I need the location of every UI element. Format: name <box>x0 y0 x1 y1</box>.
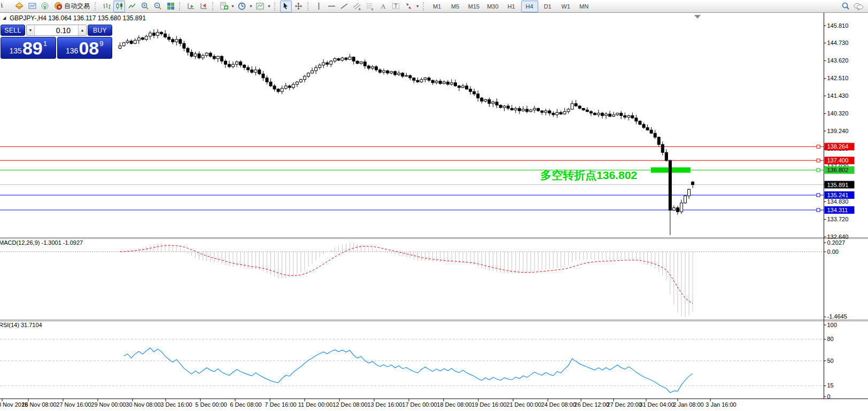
cursor-icon[interactable] <box>280 1 292 12</box>
timeframe-m30[interactable]: M30 <box>484 1 501 12</box>
zoom-in-icon[interactable] <box>139 1 151 12</box>
bar-chart-icon[interactable] <box>100 1 112 12</box>
candle-body <box>609 114 611 116</box>
timeframe-m15[interactable]: M15 <box>465 1 483 12</box>
candle-body <box>510 108 513 110</box>
new-order-button[interactable]: 单 <box>1 1 12 12</box>
svg-text:E: E <box>359 7 361 11</box>
toolbar-separator <box>423 2 426 11</box>
volume-decrease-button[interactable]: ▼ <box>27 25 35 35</box>
chart-shift-marker-icon[interactable] <box>694 15 701 19</box>
candle-body <box>525 109 528 111</box>
timeframe-h1[interactable]: H1 <box>503 1 520 12</box>
indicators-icon[interactable] <box>218 1 230 12</box>
candle-body <box>639 121 641 125</box>
axis-label: 15 <box>827 382 834 389</box>
volume-increase-button[interactable]: ▲ <box>78 25 86 35</box>
candle-body <box>642 125 645 128</box>
candle-body <box>378 70 381 72</box>
candle-body <box>420 80 423 82</box>
channel-icon[interactable]: E <box>352 1 363 12</box>
candle-body <box>462 86 464 88</box>
templates-dropdown-arrow[interactable]: ▼ <box>267 4 271 8</box>
timeframe-w1[interactable]: W1 <box>557 1 575 12</box>
candle-body <box>341 58 344 60</box>
level-line-handle[interactable] <box>817 208 820 212</box>
line-chart-icon[interactable] <box>126 1 138 12</box>
toolbar-separator <box>179 2 182 11</box>
volume-input[interactable]: 0.10 <box>35 25 78 35</box>
candle-body <box>552 113 555 115</box>
candle-body <box>232 64 235 66</box>
time-axis-label: 7 Dec 16:00 <box>265 401 296 408</box>
zoom-out-icon[interactable] <box>152 1 164 12</box>
candle-body <box>322 63 325 65</box>
candle-body <box>646 128 649 130</box>
fibonacci-icon[interactable]: F <box>365 1 376 12</box>
arrows-icon[interactable] <box>403 1 415 12</box>
level-line-handle[interactable] <box>817 193 820 197</box>
candle-body <box>575 104 577 106</box>
candle-body <box>220 56 223 61</box>
candle-body <box>386 71 389 73</box>
price-level-label: 134.311 <box>827 207 848 213</box>
candle-body <box>590 112 592 113</box>
level-line-handle[interactable] <box>817 145 820 148</box>
search-icon[interactable] <box>840 1 851 12</box>
candle-body <box>533 108 536 110</box>
timeframe-d1[interactable]: D1 <box>539 1 556 12</box>
market-signals-icon[interactable] <box>39 1 51 12</box>
time-axis-label: 27 Nov 16:00 <box>56 401 91 408</box>
candle-body <box>657 137 660 144</box>
candle-body <box>367 66 370 68</box>
level-line-handle[interactable] <box>817 159 820 162</box>
timeframe-h4[interactable]: H4 <box>521 1 538 12</box>
horizontal-line-icon[interactable] <box>326 1 338 12</box>
charts-icon[interactable] <box>26 1 38 12</box>
candle-body <box>488 99 491 103</box>
autotrading-button[interactable]: 自动交易 <box>52 1 92 12</box>
candle-body <box>239 62 242 65</box>
periods-dropdown-arrow[interactable]: ▼ <box>249 4 253 8</box>
trendline-icon[interactable] <box>339 1 351 12</box>
text-icon[interactable]: A <box>377 1 389 12</box>
pivot-annotation-text: 多空转折点136.802 <box>540 169 637 182</box>
sell-price-button[interactable]: 135 89 1 <box>1 37 56 59</box>
candle-body <box>149 33 151 36</box>
candle-body <box>499 105 502 107</box>
chart-shift-icon[interactable] <box>198 1 210 12</box>
chat-icon[interactable] <box>852 1 864 12</box>
candlestick-chart-icon[interactable] <box>113 1 125 12</box>
buy-price-button[interactable]: 136 08 9 <box>57 37 113 59</box>
templates-icon[interactable] <box>254 1 266 12</box>
expert-advisors-icon[interactable] <box>13 1 25 12</box>
label-icon[interactable]: T <box>390 1 402 12</box>
candle-body <box>119 46 121 48</box>
candle-body <box>236 62 238 64</box>
level-line-handle[interactable] <box>817 168 820 172</box>
axis-label: 139.240 <box>827 128 849 134</box>
periods-icon[interactable] <box>236 1 248 12</box>
timeframe-m1[interactable]: M1 <box>429 1 446 12</box>
timeframe-mn[interactable]: MN <box>576 1 593 12</box>
auto-scroll-icon[interactable] <box>185 1 197 12</box>
vertical-line-icon[interactable] <box>313 1 325 12</box>
axis-label: 50 <box>827 358 834 364</box>
crosshair-icon[interactable] <box>293 1 305 12</box>
candle-body <box>266 78 268 82</box>
chart-canvas[interactable]: 145.810144.730143.620142.510141.430140.3… <box>0 13 868 411</box>
timeframe-m5[interactable]: M5 <box>447 1 464 12</box>
candle-body <box>541 111 544 112</box>
chart-symbol-icon: ◢ <box>3 15 6 20</box>
arrows-dropdown-arrow[interactable]: ▼ <box>416 4 420 8</box>
sell-button[interactable]: SELL <box>1 25 25 36</box>
candle-body <box>582 108 585 110</box>
candle-body <box>363 62 366 66</box>
candle-body <box>375 67 377 70</box>
axis-label: 143.620 <box>827 57 849 64</box>
buy-button[interactable]: BUY <box>88 25 112 36</box>
tile-windows-icon[interactable] <box>165 1 176 12</box>
candle-body <box>187 48 189 52</box>
candle-body <box>480 98 483 101</box>
indicators-dropdown-arrow[interactable]: ▼ <box>231 4 235 8</box>
